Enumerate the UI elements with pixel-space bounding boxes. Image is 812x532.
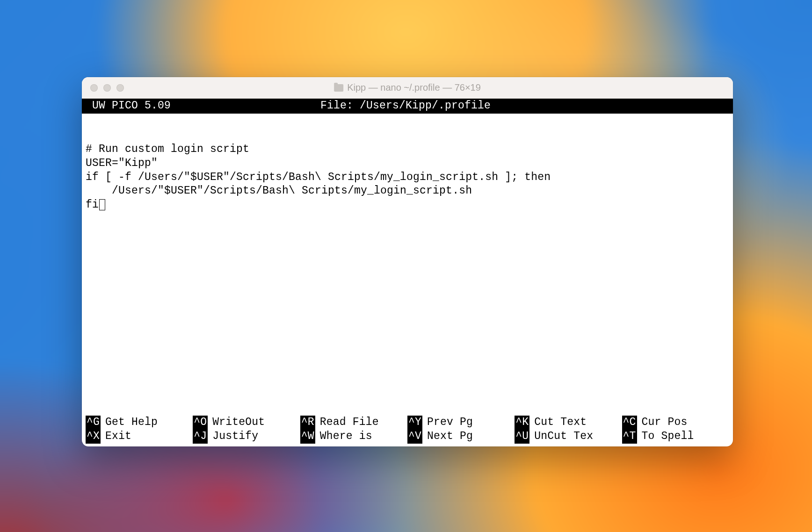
editor-app-name: UW PICO 5.09 bbox=[86, 99, 171, 113]
shortcut-label: Cur Pos bbox=[642, 416, 688, 430]
shortcut-cut-text: ^K Cut Text bbox=[515, 416, 622, 430]
shortcut-uncut-text: ^U UnCut Tex bbox=[515, 430, 622, 444]
shortcut-next-pg: ^V Next Pg bbox=[407, 430, 515, 444]
editor-line[interactable]: # Run custom login script bbox=[86, 143, 729, 157]
editor-header-bar: UW PICO 5.09 File: /Users/Kipp/.profile bbox=[82, 99, 733, 114]
shortcut-row-2: ^X Exit ^J Justify ^W Where is ^V Next P… bbox=[86, 430, 729, 444]
minimize-button[interactable] bbox=[103, 84, 111, 92]
shortcut-writeout: ^O WriteOut bbox=[193, 416, 300, 430]
shortcut-key: ^O bbox=[193, 416, 208, 430]
shortcut-key: ^X bbox=[86, 430, 101, 444]
shortcut-key: ^G bbox=[86, 416, 101, 430]
shortcut-label: Cut Text bbox=[534, 416, 587, 430]
shortcut-key: ^Y bbox=[407, 416, 422, 430]
shortcut-where-is: ^W Where is bbox=[300, 430, 407, 444]
shortcut-read-file: ^R Read File bbox=[300, 416, 407, 430]
shortcut-label: Get Help bbox=[105, 416, 158, 430]
shortcut-label: Justify bbox=[212, 430, 258, 444]
shortcut-label: Prev Pg bbox=[427, 416, 473, 430]
shortcut-label: Next Pg bbox=[427, 430, 473, 444]
editor-file-label: File: /Users/Kipp/.profile bbox=[320, 99, 491, 113]
editor-body[interactable]: # Run custom login scriptUSER="Kipp"if [… bbox=[82, 114, 733, 416]
shortcut-key: ^W bbox=[300, 430, 315, 444]
maximize-button[interactable] bbox=[116, 84, 124, 92]
shortcut-label: To Spell bbox=[642, 430, 694, 444]
shortcut-label: WriteOut bbox=[212, 416, 265, 430]
terminal-content[interactable]: UW PICO 5.09 File: /Users/Kipp/.profile … bbox=[82, 99, 733, 446]
shortcut-key: ^J bbox=[193, 430, 208, 444]
shortcut-key: ^R bbox=[300, 416, 315, 430]
shortcut-to-spell: ^T To Spell bbox=[622, 430, 729, 444]
shortcut-key: ^T bbox=[622, 430, 637, 444]
window-title-bar[interactable]: Kipp — nano ~/.profile — 76×19 bbox=[82, 77, 733, 99]
editor-line[interactable]: if [ -f /Users/"$USER"/Scripts/Bash\ Scr… bbox=[86, 171, 729, 185]
shortcut-get-help: ^G Get Help bbox=[86, 416, 193, 430]
editor-shortcuts: ^G Get Help ^O WriteOut ^R Read File ^Y … bbox=[82, 416, 733, 446]
shortcut-key: ^C bbox=[622, 416, 637, 430]
close-button[interactable] bbox=[90, 84, 98, 92]
editor-line[interactable]: /Users/"$USER"/Scripts/Bash\ Scripts/my_… bbox=[86, 184, 729, 198]
shortcut-exit: ^X Exit bbox=[86, 430, 193, 444]
window-title: Kipp — nano ~/.profile — 76×19 bbox=[334, 82, 481, 93]
editor-line[interactable]: fi bbox=[86, 198, 729, 212]
editor-line[interactable]: USER="Kipp" bbox=[86, 157, 729, 171]
traffic-lights bbox=[82, 84, 124, 92]
shortcut-label: UnCut Tex bbox=[534, 430, 593, 444]
shortcut-row-1: ^G Get Help ^O WriteOut ^R Read File ^Y … bbox=[86, 416, 729, 430]
shortcut-justify: ^J Justify bbox=[193, 430, 300, 444]
shortcut-key: ^U bbox=[515, 430, 529, 444]
terminal-window: Kipp — nano ~/.profile — 76×19 UW PICO 5… bbox=[82, 77, 733, 446]
shortcut-label: Exit bbox=[105, 430, 131, 444]
text-cursor bbox=[99, 199, 105, 210]
shortcut-cur-pos: ^C Cur Pos bbox=[622, 416, 729, 430]
shortcut-label: Where is bbox=[320, 430, 372, 444]
shortcut-key: ^K bbox=[515, 416, 529, 430]
shortcut-label: Read File bbox=[320, 416, 379, 430]
shortcut-key: ^V bbox=[407, 430, 422, 444]
folder-icon bbox=[334, 84, 343, 92]
shortcut-prev-pg: ^Y Prev Pg bbox=[407, 416, 515, 430]
window-title-text: Kipp — nano ~/.profile — 76×19 bbox=[347, 82, 481, 93]
